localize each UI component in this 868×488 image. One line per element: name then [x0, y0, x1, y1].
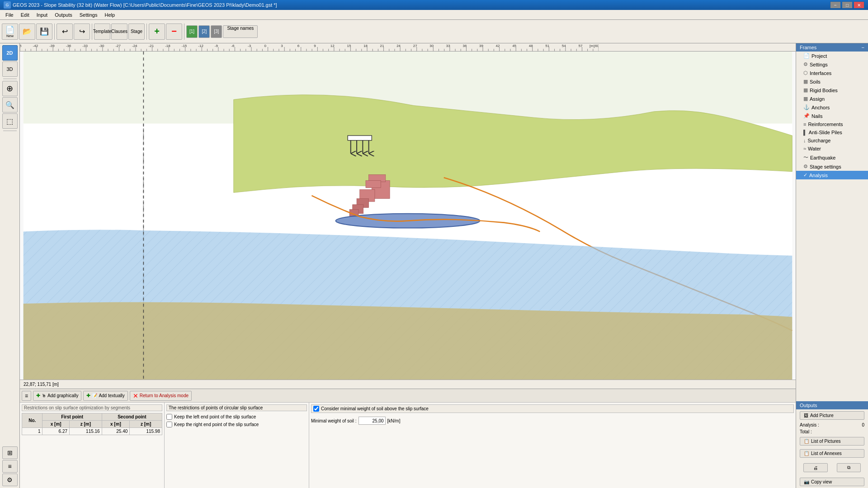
bottom-toolbar: ≡ ✚ 🖱 Add graphically ✚ 📝 Add textually … — [20, 389, 796, 403]
list-annexes-button[interactable]: 📋 List of Annexes — [800, 449, 864, 458]
list-view-button[interactable]: ≡ — [22, 391, 31, 401]
consider-weight-checkbox[interactable] — [313, 406, 319, 412]
stage-button[interactable]: Stage — [128, 23, 145, 40]
stage2-button[interactable]: [2] — [198, 25, 210, 38]
earthquake-icon: 〜 — [803, 154, 808, 161]
project-icon: 📄 — [803, 53, 810, 59]
copy-button[interactable]: ⧉ — [837, 463, 861, 472]
frame-interfaces[interactable]: ⬡ Interfaces — [796, 69, 868, 77]
clauses-button[interactable]: Clauses — [111, 23, 127, 40]
menu-file[interactable]: File — [2, 11, 17, 19]
view-2d-button[interactable]: 2D — [2, 45, 18, 61]
stage-names-button[interactable]: Stage names — [223, 25, 258, 38]
frame-nails[interactable]: 📌 Nails — [796, 112, 868, 120]
add-textually-button[interactable]: ✚ 📝 Add textually — [83, 391, 127, 401]
frame-soils[interactable]: ▦ Soils — [796, 77, 868, 86]
text-icon: 📝 — [92, 393, 97, 398]
stage-settings-icon: ⚙ — [803, 164, 808, 169]
titlebar-title: GEOS 2023 - Slope Stability (32 bit) (Wa… — [13, 2, 830, 8]
frames-title: Frames — [800, 45, 816, 50]
min-weight-input[interactable] — [359, 417, 386, 425]
zoom-in-button[interactable]: + — [149, 23, 165, 40]
sep4 — [184, 23, 184, 40]
frames-collapse-button[interactable]: − — [862, 45, 864, 50]
new-button[interactable]: 📄 New — [2, 23, 18, 40]
frame-settings[interactable]: ⚙ Settings — [796, 60, 868, 69]
close-button[interactable]: ✕ — [854, 1, 864, 9]
window-controls: − □ ✕ — [830, 1, 864, 9]
sep2 — [92, 23, 92, 40]
frame-rigid-bodies[interactable]: ▦ Rigid Bodies — [796, 86, 868, 94]
stage3-button[interactable]: [3] — [211, 25, 222, 38]
frame-anchors[interactable]: ⚓ Anchors — [796, 103, 868, 112]
return-analysis-button[interactable]: ✕ Return to Analysis mode — [130, 391, 192, 401]
stage1-button[interactable]: [1] — [186, 25, 198, 38]
menu-input[interactable]: Input — [33, 11, 51, 19]
sep3 — [146, 23, 147, 40]
frame-project[interactable]: 📄 Project — [796, 52, 868, 60]
frame-anti-slide-piles[interactable]: ▌ Anti-Slide Piles — [796, 128, 868, 136]
geo-canvas[interactable] — [20, 52, 796, 380]
menu-edit[interactable]: Edit — [17, 11, 33, 19]
svg-rect-18 — [348, 136, 372, 141]
frame-assign[interactable]: ▦ Assign — [796, 94, 868, 103]
layers-button[interactable]: ≡ — [2, 460, 18, 473]
keep-right-checkbox[interactable] — [166, 422, 172, 427]
add-graphically-button[interactable]: ✚ 🖱 Add graphically — [33, 391, 81, 401]
move-tool[interactable]: ⊕ — [2, 81, 18, 96]
zoom-tool[interactable]: 🔍 — [2, 97, 18, 113]
col-x1: x [m] — [42, 421, 70, 428]
interfaces-icon: ⬡ — [803, 70, 808, 76]
keep-left-checkbox[interactable] — [166, 414, 172, 420]
circular-restrictions-panel: The restrictions of points of circular s… — [165, 403, 309, 488]
menu-outputs[interactable]: Outputs — [51, 11, 76, 19]
col-no: No. — [22, 413, 42, 428]
grid-button[interactable]: ⊞ — [2, 446, 18, 459]
close-icon: ✕ — [133, 392, 138, 399]
frame-surcharge[interactable]: ↓ Surcharge — [796, 136, 868, 145]
min-weight-label: Minimal weight of soil : — [311, 418, 357, 423]
analysis-icon: ✓ — [803, 172, 807, 178]
menu-settings[interactable]: Settings — [76, 11, 101, 19]
view-3d-button[interactable]: 3D — [2, 61, 18, 77]
annexes-icon: 📋 — [804, 451, 809, 456]
frame-reinforcements[interactable]: ≡ Reinforcements — [796, 120, 868, 128]
frame-analysis[interactable]: ✓ Analysis — [796, 171, 868, 179]
app-icon: G — [4, 1, 11, 9]
anchors-icon: ⚓ — [803, 104, 810, 110]
add-picture-button[interactable]: 🖼 Add Picture — [800, 411, 864, 420]
print-button[interactable]: 🖨 — [803, 463, 828, 472]
assign-icon: ▦ — [803, 96, 808, 102]
consider-weight-label: Consider minimal weight of soil above th… — [321, 406, 429, 411]
list-pictures-button[interactable]: 📋 List of Pictures — [800, 437, 864, 446]
keep-right-label: Keep the right end point of the slip sur… — [174, 422, 259, 427]
list-icon: ≡ — [25, 393, 28, 399]
list-icon: 📋 — [804, 439, 809, 444]
redo-button[interactable]: ↪ — [74, 23, 90, 40]
table-row[interactable]: 1 6.27 115.16 25.40 115.98 — [22, 428, 162, 435]
zoom-out-button[interactable]: − — [166, 23, 182, 40]
analysis-value: 0 — [862, 422, 864, 427]
frame-water[interactable]: ≈ Water — [796, 145, 868, 153]
maximize-button[interactable]: □ — [842, 1, 853, 9]
copy-view-button[interactable]: 📷 Copy view — [800, 478, 864, 486]
rigid-bodies-icon: ▦ — [803, 87, 808, 93]
minimize-button[interactable]: − — [830, 1, 841, 9]
canvas-area[interactable] — [20, 43, 796, 380]
statusbar: 22,87; 115,71 [m] — [20, 380, 796, 389]
picture-icon: 🖼 — [804, 413, 808, 418]
bottom-content: Restrictions on slip surface optimizatio… — [20, 403, 796, 488]
select-tool[interactable]: ⬚ — [2, 113, 18, 129]
cell-x2: 25.40 — [102, 428, 130, 435]
settings-button[interactable]: ⚙ — [2, 474, 18, 486]
save-button[interactable]: 💾 — [36, 23, 52, 40]
frame-stage-settings[interactable]: ⚙ Stage settings — [796, 162, 868, 171]
menu-help[interactable]: Help — [101, 11, 118, 19]
keep-left-label: Keep the left end point of the slip surf… — [174, 414, 256, 419]
open-button[interactable]: 📂 — [19, 23, 35, 40]
min-weight-unit: [kN/m] — [387, 418, 401, 423]
frame-earthquake[interactable]: 〜 Earthquake — [796, 153, 868, 162]
undo-button[interactable]: ↩ — [57, 23, 73, 40]
template-button[interactable]: Template — [94, 23, 110, 40]
center-area: 22,87; 115,71 [m] ≡ ✚ 🖱 Add graphically … — [20, 43, 796, 488]
